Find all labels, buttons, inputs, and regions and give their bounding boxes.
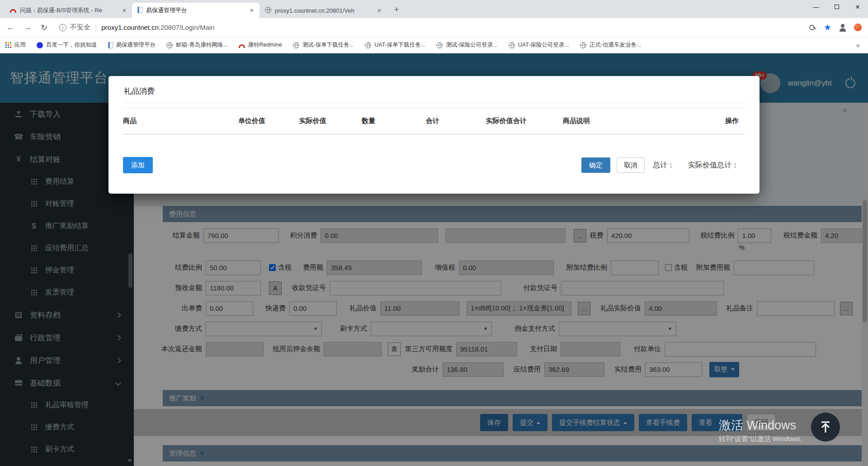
tab-title: 问题 - 易保通-B/S管理系统 - Re xyxy=(20,6,120,14)
gift-table-header: 商品单位价值实际价值数量合计实际价值合计商品说明操作 xyxy=(123,108,745,134)
redmine-icon xyxy=(10,7,16,14)
url-path: :20807/Login/Main xyxy=(159,24,214,31)
windows-activate-watermark-line1: 激活 Windows xyxy=(719,417,796,433)
tab-title: 易保通管理平台 xyxy=(146,6,248,14)
profile-icon[interactable] xyxy=(839,24,847,32)
bookmark-label: UAT-保单下载任务... xyxy=(374,41,425,49)
bookmark-label: UAT-保险公司登录... xyxy=(518,41,569,49)
gift-column-header: 商品 xyxy=(123,117,238,125)
window-minimize-button[interactable]: — xyxy=(806,0,826,14)
confirm-button[interactable]: 确定 xyxy=(581,157,610,173)
browser-tab-strip: 问题 - 易保通-B/S管理系统 - Re × 易保通管理平台 × proxy1… xyxy=(0,0,868,18)
bookmark-item[interactable]: 康特Redmine xyxy=(239,41,282,49)
apps-grid-icon xyxy=(5,42,11,48)
gift-column-header: 单位价值 xyxy=(238,117,299,125)
modal-footer-right: 确定 取消 总计： 实际价值总计： xyxy=(581,157,745,173)
globe-icon xyxy=(166,42,173,48)
extension-icon[interactable] xyxy=(854,24,862,31)
maximize-icon xyxy=(835,5,839,9)
security-label: 不安全 xyxy=(70,23,90,32)
bookmark-label: 易保通管理平台 xyxy=(116,41,156,49)
window-close-button[interactable]: ✕ xyxy=(847,0,868,14)
browser-address-bar: ← → ↻ i 不安全 | proxy1.countnet.cn :20807/… xyxy=(0,18,868,37)
arrow-to-top-icon xyxy=(819,420,832,434)
total-label: 总计： xyxy=(653,161,675,170)
globe-icon xyxy=(509,42,515,48)
cancel-button[interactable]: 取消 xyxy=(617,157,645,173)
tab-close-icon[interactable]: × xyxy=(248,6,256,14)
bookmark-item[interactable]: UAT-保单下载任务... xyxy=(365,41,425,49)
modal-footer: 添加 确定 取消 总计： 实际价值总计： xyxy=(123,157,745,173)
tab-close-icon[interactable]: × xyxy=(375,6,383,14)
bookmark-label: 正式-信通车友业务... xyxy=(590,41,642,49)
gift-column-header: 操作 xyxy=(680,117,745,125)
browser-tab-2-active[interactable]: 易保通管理平台 × xyxy=(132,3,259,18)
globe-icon xyxy=(293,42,299,48)
back-to-top-button[interactable] xyxy=(811,413,840,442)
globe-icon xyxy=(365,42,371,48)
bookmark-label: 百度一下，你就知道 xyxy=(46,41,97,49)
web-page: 智择通管理平台 99+ wanglin@ybt 下载导入☎车险营销¥结算对账费用… xyxy=(0,53,868,466)
tab-title: proxy1.countnet.cn:20801/Veh xyxy=(275,7,375,14)
add-button[interactable]: 添加 xyxy=(123,157,153,173)
key-icon[interactable] xyxy=(809,24,816,31)
modal-title: 礼品消费 xyxy=(123,76,745,103)
bookmark-item[interactable]: 应用 xyxy=(5,41,26,49)
window-maximize-button[interactable] xyxy=(826,0,847,14)
back-icon[interactable]: ← xyxy=(6,23,14,32)
actual-total-label: 实际价值总计： xyxy=(688,161,739,170)
globe-icon xyxy=(580,42,586,48)
url-host: proxy1.countnet.cn xyxy=(101,24,159,31)
bookmark-item[interactable]: 测试-保险公司登录... xyxy=(436,41,498,49)
omnibox[interactable]: i 不安全 | proxy1.countnet.cn :20807/Login/… xyxy=(59,23,809,32)
browser-tab-1[interactable]: 问题 - 易保通-B/S管理系统 - Re × xyxy=(5,3,132,18)
bookmark-item[interactable]: UAT-保险公司登录... xyxy=(509,41,569,49)
globe-icon xyxy=(265,7,271,14)
browser-tab-3[interactable]: proxy1.countnet.cn:20801/Veh × xyxy=(259,3,387,18)
bookmark-star-icon[interactable]: ★ xyxy=(824,22,831,33)
bookmark-item[interactable]: 邮箱-青岛康特网络... xyxy=(166,41,228,49)
totals-text: 总计： 实际价值总计： xyxy=(653,161,739,170)
tab-close-icon[interactable]: × xyxy=(120,6,128,14)
forward-icon[interactable]: → xyxy=(24,23,32,32)
bookmark-label: 邮箱-青岛康特网络... xyxy=(176,41,228,49)
window-controls: — ✕ xyxy=(806,0,868,14)
bookmark-label: 测试-保单下载任务... xyxy=(302,41,354,49)
bookmark-item[interactable]: 正式-信通车友业务... xyxy=(580,41,642,49)
gift-column-header: 数量 xyxy=(362,117,426,125)
bookmark-item[interactable]: 测试-保单下载任务... xyxy=(293,41,354,49)
bookmark-item[interactable]: 百度一下，你就知道 xyxy=(37,41,97,49)
bookmark-label: 康特Redmine xyxy=(248,41,282,49)
reload-icon[interactable]: ↻ xyxy=(41,23,47,33)
gift-column-header: 商品说明 xyxy=(563,117,680,125)
windows-activate-watermark-line2: 转到“设置”以激活 Windows。 xyxy=(719,435,807,443)
bookmarks-overflow-icon[interactable]: » xyxy=(856,41,863,49)
omnibox-separator: | xyxy=(95,24,97,32)
redmine-icon xyxy=(239,43,245,48)
bookmark-item[interactable]: 易保通管理平台 xyxy=(108,41,156,49)
gift-consumption-modal: 礼品消费 商品单位价值实际价值数量合计实际价值合计商品说明操作 添加 确定 取消… xyxy=(108,76,760,194)
gift-column-header: 实际价值 xyxy=(299,117,362,125)
bookmark-label: 测试-保险公司登录... xyxy=(446,41,498,49)
globe-icon xyxy=(436,42,443,48)
document-icon xyxy=(137,7,142,14)
gift-column-header: 实际价值合计 xyxy=(486,117,563,125)
gift-column-header: 合计 xyxy=(426,117,486,125)
new-tab-button[interactable]: + xyxy=(390,3,403,16)
bookmark-label: 应用 xyxy=(14,41,26,49)
address-bar-actions: ★ xyxy=(809,22,862,33)
doc-icon xyxy=(108,42,113,48)
gift-table: 商品单位价值实际价值数量合计实际价值合计商品说明操作 xyxy=(123,108,745,134)
bookmarks-bar: 应用百度一下，你就知道易保通管理平台邮箱-青岛康特网络...康特Redmine测… xyxy=(0,37,868,53)
baidu-icon xyxy=(37,42,43,48)
info-icon[interactable]: i xyxy=(59,24,66,31)
